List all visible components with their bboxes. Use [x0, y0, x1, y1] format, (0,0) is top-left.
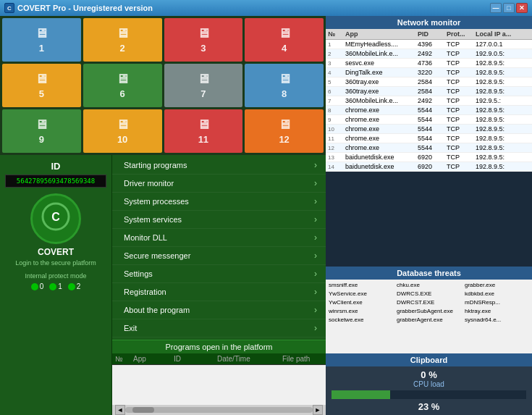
- col-app: App: [133, 355, 174, 363]
- list-item: DWRCS.EXE: [395, 290, 463, 298]
- left-panel: 🖥 1 🖥 2 🖥 3 🖥 4 🖥 5 🖥 6: [0, 16, 326, 415]
- menu-system-services-arrow: ›: [314, 214, 317, 225]
- row-app: baidunetdisk.exe: [345, 163, 418, 170]
- dot-1-indicator: [49, 283, 56, 290]
- menu-system-processes[interactable]: System processes ›: [112, 193, 326, 211]
- row-app: MEmуHeadless....: [345, 41, 418, 48]
- menu-driver-monitor-arrow: ›: [314, 178, 317, 188]
- clipboard-section: Clipboard: [326, 353, 532, 366]
- menu-system-processes-arrow: ›: [314, 196, 317, 206]
- row-ip: 192.8.9.5:: [476, 125, 530, 133]
- scroll-left-button[interactable]: ◄: [115, 405, 125, 415]
- maximize-button[interactable]: □: [503, 3, 515, 13]
- minimize-button[interactable]: —: [490, 3, 502, 13]
- menu-secure-messenger[interactable]: Secure messenger ›: [112, 247, 326, 265]
- list-item: YwService.exe: [327, 290, 394, 298]
- menu-exit[interactable]: Exit ›: [112, 319, 326, 338]
- row-num: 10: [328, 126, 345, 133]
- row-num: 8: [328, 107, 345, 114]
- menu-registration-arrow: ›: [314, 287, 317, 297]
- menu-monitor-dll-label: Monitor DLL: [124, 233, 167, 242]
- tile-10[interactable]: 🖥 10: [83, 109, 162, 153]
- net-col-pid: PID: [418, 30, 447, 38]
- net-col-ip: Local IP a...: [476, 30, 530, 38]
- row-app: baidunetdisk.exe: [345, 154, 418, 161]
- tile-1-num: 1: [39, 43, 44, 54]
- tile-5[interactable]: 🖥 5: [2, 64, 81, 107]
- list-item: chku.exe: [395, 281, 463, 289]
- row-ip: 192.8.9.5:: [476, 106, 530, 114]
- window-controls: — □ ✕: [490, 3, 528, 13]
- list-item: YwClient.exe: [327, 298, 394, 306]
- id-label: ID: [51, 161, 61, 172]
- db-threats: Database threats smsniff.exeYwService.ex…: [326, 267, 532, 353]
- tile-6[interactable]: 🖥 6: [83, 64, 162, 107]
- list-item: smsniff.exe: [327, 281, 394, 289]
- table-row: 3 sesvc.exe 4736 TCP 192.8.9.5:: [326, 59, 532, 68]
- protect-dots: 0 1 2: [31, 282, 81, 290]
- tile-4-icon: 🖥: [278, 26, 291, 41]
- row-app: DingTalk.exe: [345, 69, 418, 76]
- row-pid: 3220: [418, 69, 447, 76]
- clipboard-title: Clipboard: [326, 353, 532, 366]
- scrollbar-track[interactable]: [125, 407, 313, 413]
- menu-registration[interactable]: Registration ›: [112, 283, 326, 301]
- menu-starting-programs[interactable]: Starting programs ›: [112, 156, 326, 175]
- menu-monitor-dll[interactable]: Monitor DLL ›: [112, 229, 326, 247]
- cpu-percent-value: 0 %: [332, 369, 526, 380]
- network-monitor: Network monitor № App PID Prot... Local …: [326, 16, 532, 267]
- close-button[interactable]: ✕: [516, 3, 528, 13]
- list-item: mDNSResp...: [463, 298, 531, 306]
- svg-text:C: C: [51, 211, 60, 223]
- row-pid: 6920: [418, 163, 447, 170]
- tile-8[interactable]: 🖥 8: [245, 64, 324, 107]
- id-value: 56427895693478569348: [5, 175, 106, 188]
- row-app: 360tray.exe: [345, 78, 418, 85]
- row-ip: 192.8.9.5:: [476, 69, 530, 76]
- dot-2: 2: [68, 282, 81, 290]
- scroll-right-button[interactable]: ►: [313, 405, 323, 415]
- list-item: DWRCST.EXE: [395, 298, 463, 306]
- table-row: 10 chrome.exe 5544 TCP 192.8.9.5:: [326, 125, 532, 134]
- net-col-app: App: [345, 30, 418, 38]
- tile-2-num: 2: [120, 43, 125, 54]
- tile-4-num: 4: [282, 43, 287, 54]
- tile-4[interactable]: 🖥 4: [245, 18, 324, 62]
- programs-section: Programs open in the platform № App ID D…: [112, 340, 326, 415]
- tile-3[interactable]: 🖥 3: [164, 18, 243, 62]
- menu-about[interactable]: About the program ›: [112, 301, 326, 319]
- dot-2-label: 2: [77, 282, 81, 290]
- tile-9[interactable]: 🖥 9: [2, 109, 81, 153]
- row-pid: 6920: [418, 154, 447, 161]
- scrollbar-thumb[interactable]: [132, 407, 154, 413]
- menu-system-services[interactable]: System services ›: [112, 211, 326, 229]
- col-datetime: Date/Time: [217, 355, 282, 363]
- row-proto: TCP: [447, 163, 476, 170]
- menu-about-label: About the program: [124, 306, 190, 314]
- dot-2-indicator: [68, 283, 75, 290]
- table-row: 4 DingTalk.exe 3220 TCP 192.8.9.5:: [326, 68, 532, 77]
- tile-1[interactable]: 🖥 1: [2, 18, 81, 62]
- menu-programs-container: Starting programs › Driver monitor › Sys…: [112, 155, 326, 415]
- menu-driver-monitor[interactable]: Driver monitor ›: [112, 175, 326, 193]
- table-row: 13 baidunetdisk.exe 6920 TCP 192.8.9.5:: [326, 153, 532, 162]
- tile-11-num: 11: [198, 134, 208, 145]
- tile-12[interactable]: 🖥 12: [245, 109, 324, 153]
- row-pid: 2492: [418, 97, 447, 104]
- row-proto: TCP: [447, 69, 476, 76]
- menu-settings[interactable]: Settings ›: [112, 265, 326, 283]
- row-pid: 5544: [418, 135, 447, 142]
- dot-0-label: 0: [40, 282, 44, 290]
- tile-2[interactable]: 🖥 2: [83, 18, 162, 62]
- row-num: 14: [328, 164, 345, 170]
- tile-11[interactable]: 🖥 11: [164, 109, 243, 153]
- row-pid: 2584: [418, 88, 447, 95]
- row-num: 13: [328, 154, 345, 161]
- row-app: 360MobileLink.e...: [345, 50, 418, 57]
- tile-11-icon: 🖥: [197, 117, 210, 133]
- row-proto: TCP: [447, 135, 476, 142]
- row-ip: 192.8.9.5:: [476, 59, 530, 67]
- tile-7[interactable]: 🖥 7: [164, 64, 243, 107]
- row-pid: 5544: [418, 144, 447, 151]
- programs-scrollbar[interactable]: ◄ ►: [112, 405, 326, 415]
